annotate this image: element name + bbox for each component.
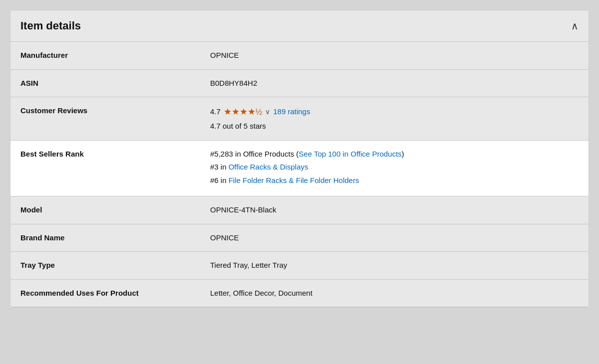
value-customer-reviews: 4.7★★★★½ ∨189 ratings4.7 out of 5 stars bbox=[210, 105, 579, 132]
detail-rows: ManufacturerOPNICEASINB0D8HY84H2Customer… bbox=[10, 42, 589, 307]
stars-row: 4.7★★★★½ ∨189 ratings bbox=[210, 105, 579, 119]
bsr-link-0[interactable]: See Top 100 in Office Products bbox=[299, 150, 401, 158]
label-recommended-uses: Recommended Uses For Product bbox=[20, 288, 210, 298]
detail-row-customer-reviews: Customer Reviews4.7★★★★½ ∨189 ratings4.7… bbox=[10, 97, 589, 141]
value-manufacturer: OPNICE bbox=[210, 50, 579, 61]
ratings-dropdown-chevron[interactable]: ∨ bbox=[265, 107, 270, 117]
value-model: OPNICE-4TN-Black bbox=[210, 204, 579, 216]
detail-row-asin: ASINB0D8HY84H2 bbox=[10, 70, 589, 98]
detail-row-tray-type: Tray TypeTiered Tray, Letter Tray bbox=[10, 252, 589, 280]
label-customer-reviews: Customer Reviews bbox=[20, 105, 210, 116]
value-best-sellers-rank: #5,283 in Office Products (See Top 100 i… bbox=[210, 149, 579, 188]
label-model: Model bbox=[20, 204, 210, 215]
rating-number: 4.7 bbox=[210, 106, 221, 118]
label-manufacturer: Manufacturer bbox=[20, 50, 210, 60]
bsr-link-2[interactable]: File Folder Racks & File Folder Holders bbox=[229, 176, 359, 184]
value-brand-name: OPNICE bbox=[210, 232, 579, 244]
detail-row-recommended-uses: Recommended Uses For ProductLetter, Offi… bbox=[10, 280, 589, 308]
detail-row-best-sellers-rank: Best Sellers Rank#5,283 in Office Produc… bbox=[10, 141, 589, 197]
label-best-sellers-rank: Best Sellers Rank bbox=[20, 149, 210, 159]
section-header: Item details ∧ bbox=[10, 10, 589, 42]
star-half: ½ bbox=[256, 106, 262, 118]
stars: ★★★★½ bbox=[224, 105, 262, 119]
collapse-icon[interactable]: ∧ bbox=[571, 20, 579, 32]
bsr-line-2: #6 in File Folder Racks & File Folder Ho… bbox=[210, 175, 579, 186]
value-asin: B0D8HY84H2 bbox=[210, 78, 579, 89]
bsr-line-0: #5,283 in Office Products (See Top 100 i… bbox=[210, 149, 579, 160]
detail-row-manufacturer: ManufacturerOPNICE bbox=[10, 42, 589, 70]
star-full: ★ bbox=[224, 105, 232, 119]
ratings-count-link[interactable]: 189 ratings bbox=[273, 106, 310, 118]
detail-row-model: ModelOPNICE-4TN-Black bbox=[10, 196, 589, 224]
label-asin: ASIN bbox=[20, 78, 210, 88]
bsr-link-1[interactable]: Office Racks & Displays bbox=[229, 163, 308, 171]
label-brand-name: Brand Name bbox=[20, 232, 210, 243]
value-recommended-uses: Letter, Office Decor, Document bbox=[210, 288, 579, 299]
label-tray-type: Tray Type bbox=[20, 260, 210, 270]
star-full: ★ bbox=[232, 105, 240, 119]
bsr-line-1: #3 in Office Racks & Displays bbox=[210, 162, 579, 173]
star-full: ★ bbox=[248, 105, 256, 119]
detail-row-brand-name: Brand NameOPNICE bbox=[10, 224, 589, 252]
item-details-panel: Item details ∧ ManufacturerOPNICEASINB0D… bbox=[10, 10, 589, 308]
section-title: Item details bbox=[20, 19, 81, 32]
star-full: ★ bbox=[240, 105, 248, 119]
out-of-stars-text: 4.7 out of 5 stars bbox=[210, 121, 579, 132]
value-tray-type: Tiered Tray, Letter Tray bbox=[210, 260, 579, 271]
